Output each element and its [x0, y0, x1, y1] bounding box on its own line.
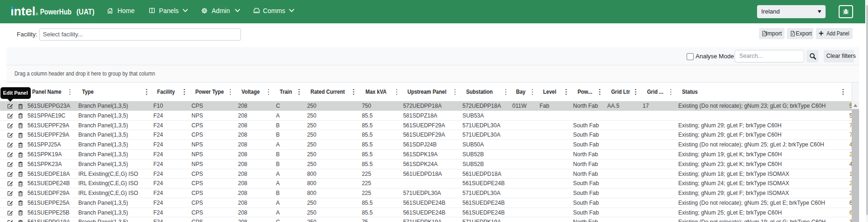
svg-text:x: x [763, 32, 765, 35]
svg-text:x: x [792, 32, 793, 35]
